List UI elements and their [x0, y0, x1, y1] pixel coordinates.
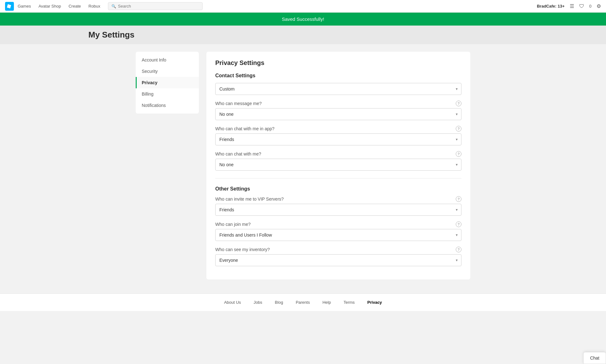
who-join-label-row: Who can join me? ?: [215, 221, 461, 227]
sidebar: Account Info Security Privacy Billing No…: [136, 52, 199, 114]
contact-settings-select-wrapper: No one Friends Friends and Users I Follo…: [215, 83, 461, 95]
who-inventory-select-wrapper: No one Friends Friends and Users I Follo…: [215, 254, 461, 266]
footer-jobs[interactable]: Jobs: [253, 300, 262, 305]
who-inventory-label: Who can see my inventory?: [215, 247, 270, 252]
sidebar-item-security[interactable]: Security: [136, 66, 199, 77]
success-banner-text: Saved Successfully!: [282, 16, 324, 22]
who-message-row: Who can message me? ? No one Friends Fri…: [215, 101, 461, 120]
who-inventory-row: Who can see my inventory? ? No one Frien…: [215, 247, 461, 266]
content-area: Account Info Security Privacy Billing No…: [129, 44, 477, 287]
who-vip-label: Who can invite me to VIP Servers?: [215, 197, 284, 202]
footer-parents[interactable]: Parents: [296, 300, 310, 305]
who-message-label-row: Who can message me? ?: [215, 101, 461, 106]
nav-right: BradCafe: 13+ ☰ 🛡 0 ⚙: [537, 3, 601, 9]
footer-help[interactable]: Help: [323, 300, 331, 305]
who-vip-row: Who can invite me to VIP Servers? ? No o…: [215, 196, 461, 216]
who-join-select[interactable]: No one Friends Friends and Users I Follo…: [215, 229, 461, 241]
who-chat-select-wrapper: No one Friends Friends and Users I Follo…: [215, 159, 461, 171]
logo[interactable]: [5, 2, 14, 11]
footer-blog[interactable]: Blog: [275, 300, 283, 305]
nav-games[interactable]: Games: [18, 4, 31, 9]
who-chat-app-help-icon[interactable]: ?: [456, 126, 461, 132]
who-chat-help-icon[interactable]: ?: [456, 151, 461, 157]
search-icon: 🔍: [111, 4, 116, 9]
nav-avatar-shop[interactable]: Avatar Shop: [39, 4, 61, 9]
settings-divider: [215, 178, 461, 179]
who-chat-label-row: Who can chat with me? ?: [215, 151, 461, 157]
chat-nav-icon[interactable]: ☰: [570, 3, 574, 9]
shield-nav-icon[interactable]: 🛡: [579, 3, 584, 9]
footer-privacy[interactable]: Privacy: [367, 300, 382, 305]
who-inventory-label-row: Who can see my inventory? ?: [215, 247, 461, 252]
navbar: Games Avatar Shop Create Robux 🔍 BradCaf…: [0, 0, 606, 13]
who-vip-help-icon[interactable]: ?: [456, 196, 461, 202]
sidebar-item-privacy[interactable]: Privacy: [136, 77, 199, 88]
sidebar-item-account-info[interactable]: Account Info: [136, 54, 199, 66]
success-banner: Saved Successfully!: [0, 13, 606, 26]
robux-amount[interactable]: 0: [589, 4, 591, 9]
who-message-select-wrapper: No one Friends Friends and Users I Follo…: [215, 108, 461, 120]
who-message-label: Who can message me?: [215, 101, 262, 106]
page-wrapper: Saved Successfully! My Settings Account …: [0, 0, 606, 364]
who-chat-app-row: Who can chat with me in app? ? No one Fr…: [215, 126, 461, 145]
who-chat-app-label: Who can chat with me in app?: [215, 126, 275, 131]
who-chat-label: Who can chat with me?: [215, 151, 261, 156]
footer: About Us Jobs Blog Parents Help Terms Pr…: [0, 293, 606, 311]
contact-settings-title: Contact Settings: [215, 73, 461, 79]
chat-widget-label: Chat: [590, 355, 599, 361]
who-inventory-select[interactable]: No one Friends Friends and Users I Follo…: [215, 254, 461, 266]
who-chat-row: Who can chat with me? ? No one Friends F…: [215, 151, 461, 171]
username-label: BradCafe: 13+: [537, 4, 565, 9]
main-content: Privacy Settings Contact Settings No one…: [206, 52, 470, 279]
nav-links: Games Avatar Shop Create Robux: [18, 4, 100, 9]
search-bar[interactable]: 🔍: [108, 2, 203, 10]
sidebar-item-billing[interactable]: Billing: [136, 88, 199, 100]
who-inventory-help-icon[interactable]: ?: [456, 247, 461, 252]
section-title: Privacy Settings: [215, 59, 461, 67]
settings-nav-icon[interactable]: ⚙: [597, 3, 601, 9]
who-message-help-icon[interactable]: ?: [456, 101, 461, 106]
nav-create[interactable]: Create: [68, 4, 81, 9]
who-join-select-wrapper: No one Friends Friends and Users I Follo…: [215, 229, 461, 241]
chat-widget[interactable]: Chat: [583, 352, 606, 364]
who-vip-select[interactable]: No one Friends Friends and Users I Follo…: [215, 204, 461, 216]
who-chat-app-select-wrapper: No one Friends Friends and Users I Follo…: [215, 133, 461, 145]
page-title-area: My Settings: [0, 26, 606, 44]
roblox-logo-icon: [7, 3, 12, 9]
sidebar-item-notifications[interactable]: Notifications: [136, 100, 199, 111]
who-join-row: Who can join me? ? No one Friends Friend…: [215, 221, 461, 241]
who-join-label: Who can join me?: [215, 222, 251, 227]
other-settings-title: Other Settings: [215, 186, 461, 192]
who-join-help-icon[interactable]: ?: [456, 221, 461, 227]
who-vip-label-row: Who can invite me to VIP Servers? ?: [215, 196, 461, 202]
who-message-select[interactable]: No one Friends Friends and Users I Follo…: [215, 108, 461, 120]
who-chat-app-label-row: Who can chat with me in app? ?: [215, 126, 461, 132]
who-vip-select-wrapper: No one Friends Friends and Users I Follo…: [215, 204, 461, 216]
nav-robux[interactable]: Robux: [88, 4, 100, 9]
page-title: My Settings: [88, 30, 518, 40]
who-chat-app-select[interactable]: No one Friends Friends and Users I Follo…: [215, 133, 461, 145]
who-chat-select[interactable]: No one Friends Friends and Users I Follo…: [215, 159, 461, 171]
footer-terms[interactable]: Terms: [343, 300, 354, 305]
search-input[interactable]: [118, 4, 199, 9]
footer-about-us[interactable]: About Us: [224, 300, 241, 305]
contact-settings-select[interactable]: No one Friends Friends and Users I Follo…: [215, 83, 461, 95]
contact-settings-dropdown-row: No one Friends Friends and Users I Follo…: [215, 83, 461, 95]
